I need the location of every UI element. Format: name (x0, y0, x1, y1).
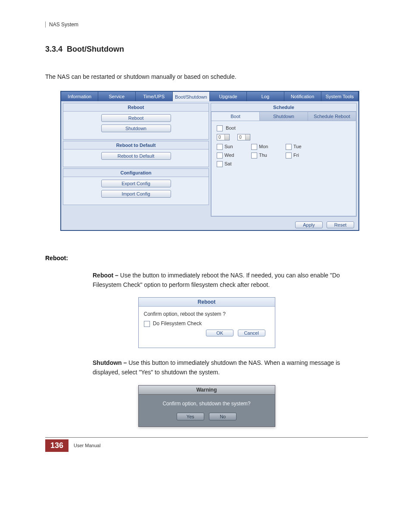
reboot-default-title: Reboot to Default (63, 141, 209, 149)
reboot-default-box: Reboot to Default Reboot to Default (63, 141, 209, 167)
shutdown-description: Shutdown – Use this button to immediatel… (93, 358, 368, 377)
day-tue-label: Tue (293, 144, 302, 149)
boot-checkbox[interactable] (217, 125, 223, 131)
tab-upgrade[interactable]: Upgrade (210, 92, 247, 101)
fs-check-label: Do Filesystem Check (153, 320, 202, 327)
warning-yes-button[interactable]: Yes (177, 413, 204, 420)
reset-button[interactable]: Reset (327, 221, 354, 228)
reboot-box-title: Reboot (63, 103, 209, 112)
day-sun-label: Sun (224, 144, 233, 149)
page-header: NAS System (45, 22, 368, 28)
reboot-cancel-button[interactable]: Cancel (238, 330, 265, 336)
reboot-box: Reboot Reboot Shutdown (63, 103, 209, 140)
warning-no-button[interactable]: No (209, 413, 237, 420)
tab-boot-shutdown[interactable]: Boot/Shutdown (173, 92, 210, 101)
warning-dialog: Warning Confirm option, shutdown the sys… (138, 385, 275, 427)
reboot-dialog-msg: Confirm option, reboot the system ? (144, 311, 270, 317)
day-fri-checkbox[interactable] (286, 152, 292, 159)
schedule-box: Schedule Boot Shutdown Schedule Reboot B… (211, 103, 357, 217)
section-name: Boot/Shutdown (67, 45, 124, 53)
warning-msg: Confirm option, shutdown the system? (139, 395, 275, 409)
shutdown-button[interactable]: Shutdown (101, 124, 171, 132)
warning-title: Warning (139, 386, 275, 395)
schedule-subtabs: Boot Shutdown Schedule Reboot (211, 112, 356, 121)
reboot-desc-text: Use the button to immediately reboot the… (93, 272, 340, 288)
import-config-button[interactable]: Import Config (101, 190, 171, 198)
page-number: 136 (45, 439, 68, 452)
reboot-ok-button[interactable]: OK (206, 330, 234, 336)
intro-text: The NAS can be restarted or shutdown man… (45, 73, 368, 80)
tab-system-tools[interactable]: System Tools (321, 92, 358, 101)
export-config-button[interactable]: Export Config (101, 180, 171, 187)
minute-spinner[interactable]: 0 (237, 134, 250, 140)
apply-button[interactable]: Apply (295, 221, 323, 228)
tab-time-ups[interactable]: Time/UPS (136, 92, 173, 101)
boot-checkbox-label: Boot (226, 125, 236, 131)
page-footer: 136 User Manual (45, 437, 368, 452)
days-group: Sun Mon Tue Wed Thu Fri Sat (217, 144, 351, 167)
day-fri-label: Fri (293, 152, 299, 158)
top-tabs: Information Service Time/UPS Boot/Shutdo… (61, 92, 358, 101)
settings-panel: Information Service Time/UPS Boot/Shutdo… (60, 91, 359, 231)
config-box: Configuration Export Config Import Confi… (63, 168, 209, 205)
footer-label: User Manual (74, 443, 100, 448)
day-mon-checkbox[interactable] (251, 144, 257, 150)
schedule-actions: Apply Reset (211, 218, 357, 228)
hour-spinner[interactable]: 0 (217, 134, 230, 140)
shutdown-lead: Shutdown – (93, 359, 127, 366)
shutdown-desc-text: Use this button to immediately shutdown … (93, 359, 340, 376)
boot-schedule-body: Boot 0 0 Sun Mon Tue Wed Thu (211, 121, 356, 216)
reboot-dialog-title: Reboot (139, 298, 275, 307)
tab-service[interactable]: Service (98, 92, 135, 101)
right-column: Schedule Boot Shutdown Schedule Reboot B… (211, 103, 357, 228)
day-mon-label: Mon (259, 144, 268, 149)
fs-check-checkbox[interactable] (144, 321, 150, 327)
day-sat-checkbox[interactable] (217, 161, 223, 167)
day-thu-label: Thu (259, 152, 267, 158)
reboot-lead: Reboot – (93, 272, 118, 279)
tab-log[interactable]: Log (247, 92, 284, 101)
reboot-dialog: Reboot Confirm option, reboot the system… (138, 297, 275, 348)
schedule-title: Schedule (211, 103, 356, 112)
day-wed-checkbox[interactable] (217, 152, 223, 159)
day-thu-checkbox[interactable] (251, 152, 257, 159)
reboot-heading: Reboot: (45, 255, 368, 261)
tab-notification[interactable]: Notification (284, 92, 321, 101)
day-wed-label: Wed (224, 152, 234, 158)
tab-information[interactable]: Information (61, 92, 98, 101)
config-box-title: Configuration (63, 169, 209, 177)
day-tue-checkbox[interactable] (286, 144, 292, 150)
day-sat-label: Sat (224, 161, 232, 166)
reboot-button[interactable]: Reboot (101, 114, 171, 122)
subtab-shutdown[interactable]: Shutdown (260, 112, 308, 121)
subtab-schedule-reboot[interactable]: Schedule Reboot (308, 112, 356, 121)
day-sun-checkbox[interactable] (217, 144, 223, 150)
left-column: Reboot Reboot Shutdown Reboot to Default… (63, 103, 209, 228)
section-number: 3.3.4 (45, 45, 62, 53)
reboot-default-button[interactable]: Reboot to Default (101, 152, 171, 160)
reboot-description: Reboot – Use the button to immediately r… (93, 271, 368, 289)
section-title: 3.3.4 Boot/Shutdown (45, 45, 368, 54)
subtab-boot[interactable]: Boot (212, 112, 260, 121)
